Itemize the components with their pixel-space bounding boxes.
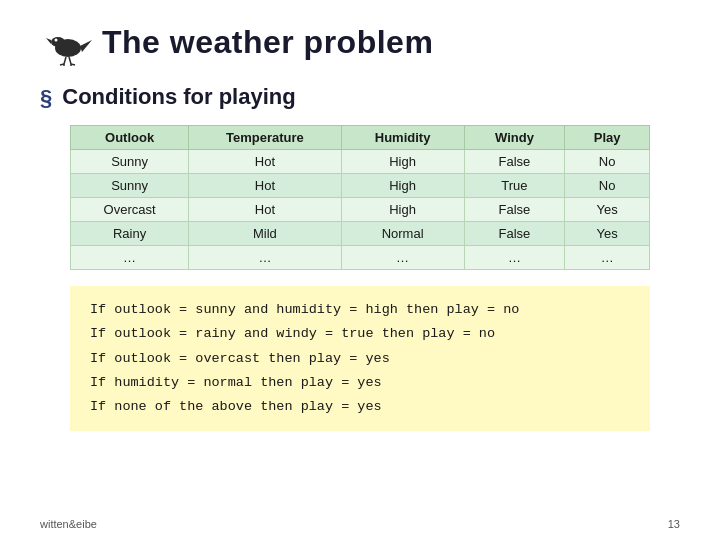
table-cell: Hot: [189, 150, 341, 174]
slide: The weather problem § Conditions for pla…: [0, 0, 720, 540]
table-cell: …: [565, 246, 650, 270]
table-header-row: Outlook Temperature Humidity Windy Play: [71, 126, 650, 150]
table-cell: …: [71, 246, 189, 270]
bullet-icon: §: [40, 85, 52, 111]
table-cell: No: [565, 174, 650, 198]
table-cell: Normal: [341, 222, 464, 246]
table-cell: High: [341, 150, 464, 174]
section-label: § Conditions for playing: [40, 84, 680, 111]
table-cell: …: [189, 246, 341, 270]
table-cell: Hot: [189, 174, 341, 198]
table-cell: Mild: [189, 222, 341, 246]
table-cell: Yes: [565, 222, 650, 246]
table-cell: False: [464, 198, 565, 222]
table-cell: High: [341, 174, 464, 198]
table-cell: High: [341, 198, 464, 222]
rule-line: If outlook = rainy and windy = true then…: [90, 322, 630, 346]
footer: witten&eibe 13: [40, 518, 680, 530]
table-row: SunnyHotHighTrueNo: [71, 174, 650, 198]
table-row: OvercastHotHighFalseYes: [71, 198, 650, 222]
footer-right: 13: [668, 518, 680, 530]
table-row: ……………: [71, 246, 650, 270]
data-table: Outlook Temperature Humidity Windy Play …: [70, 125, 650, 270]
rule-line: If humidity = normal then play = yes: [90, 371, 630, 395]
table-container: Outlook Temperature Humidity Windy Play …: [70, 125, 680, 270]
col-play: Play: [565, 126, 650, 150]
page-title: The weather problem: [102, 24, 433, 61]
table-cell: …: [464, 246, 565, 270]
table-cell: True: [464, 174, 565, 198]
table-cell: Rainy: [71, 222, 189, 246]
col-windy: Windy: [464, 126, 565, 150]
svg-line-4: [64, 57, 66, 64]
table-cell: No: [565, 150, 650, 174]
col-temperature: Temperature: [189, 126, 341, 150]
col-outlook: Outlook: [71, 126, 189, 150]
svg-marker-3: [80, 40, 92, 52]
svg-point-10: [55, 39, 58, 42]
section-title: Conditions for playing: [62, 84, 295, 110]
svg-line-7: [69, 57, 71, 64]
rule-line: If outlook = sunny and humidity = high t…: [90, 298, 630, 322]
table-cell: Sunny: [71, 150, 189, 174]
table-cell: Sunny: [71, 174, 189, 198]
rules-box: If outlook = sunny and humidity = high t…: [70, 286, 650, 431]
bird-icon: [40, 18, 92, 66]
svg-marker-2: [46, 38, 51, 44]
table-cell: Hot: [189, 198, 341, 222]
table-cell: …: [341, 246, 464, 270]
table-row: SunnyHotHighFalseNo: [71, 150, 650, 174]
header: The weather problem: [40, 18, 680, 66]
col-humidity: Humidity: [341, 126, 464, 150]
svg-point-1: [51, 37, 65, 47]
rule-line: If outlook = overcast then play = yes: [90, 347, 630, 371]
table-cell: Overcast: [71, 198, 189, 222]
footer-left: witten&eibe: [40, 518, 97, 530]
table-cell: Yes: [565, 198, 650, 222]
rule-line: If none of the above then play = yes: [90, 395, 630, 419]
table-cell: False: [464, 150, 565, 174]
table-row: RainyMildNormalFalseYes: [71, 222, 650, 246]
table-cell: False: [464, 222, 565, 246]
